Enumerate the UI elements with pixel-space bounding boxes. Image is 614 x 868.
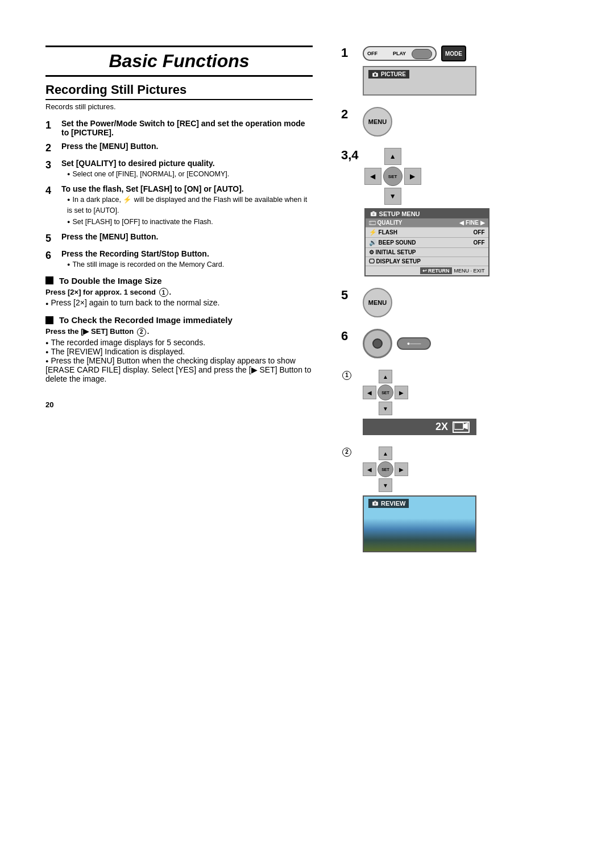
diagram-step-6: 6 ●─── bbox=[341, 329, 591, 361]
diagram-step-6-content: ●─── bbox=[363, 329, 591, 361]
dpad3-center: SET bbox=[377, 461, 393, 477]
check-recorded-title: To Check the Recorded Image immediately bbox=[45, 315, 313, 325]
review-text: REVIEW bbox=[381, 500, 405, 507]
step-6-number: 6 bbox=[45, 249, 58, 262]
setup-menu-header: SETUP MENU bbox=[366, 209, 488, 218]
svg-point-4 bbox=[372, 213, 375, 216]
circle-1: 1 bbox=[159, 288, 168, 297]
step-1-number: 1 bbox=[45, 119, 58, 131]
mode-switch-diagram: OFF PLAY REC MODE bbox=[363, 46, 466, 61]
step-6-text: Press the Recording Start/Stop Button. bbox=[61, 249, 313, 258]
left-column: Basic Functions Recording Still Pictures… bbox=[0, 34, 330, 834]
switch-play-label: PLAY bbox=[393, 51, 406, 56]
review-label: REVIEW bbox=[368, 499, 409, 508]
step-6: 6 Press the Recording Start/Stop Button.… bbox=[45, 249, 313, 270]
step-4-bullet-2: Set [FLASH] to [OFF] to inactivate the F… bbox=[67, 217, 313, 228]
page-number: 20 bbox=[45, 400, 313, 409]
diagram-step-5: 5 MENU bbox=[341, 288, 591, 320]
dpad-up: ▲ bbox=[384, 148, 401, 165]
diagram-step-2: 2 MENU bbox=[341, 107, 591, 139]
zoom-panel: 2X bbox=[363, 419, 476, 435]
step-5-content: Press the [MENU] Button. bbox=[61, 232, 313, 241]
display-label: 🖵 DISPLAY SETUP bbox=[369, 258, 485, 264]
check-recorded-press-note: Press the [▶ SET] Button 2. bbox=[45, 327, 313, 337]
diagram-circle-2-content: ▲ ◀ SET ▶ ▼ REVIEW bbox=[363, 447, 591, 552]
diagram-step-1-content: OFF PLAY REC MODE PICTURE bbox=[363, 46, 591, 98]
step-5-text: Press the [MENU] Button. bbox=[61, 232, 313, 241]
zoom-graphic bbox=[454, 423, 468, 432]
camera-icon bbox=[372, 72, 379, 77]
dpad-left: ◀ bbox=[364, 168, 381, 185]
circle-2-num: 2 bbox=[341, 447, 357, 457]
switch-thumb bbox=[412, 49, 432, 59]
circle-2-icon: 2 bbox=[342, 448, 351, 457]
circle-1-icon: 1 bbox=[342, 371, 351, 380]
dpad-diagram: ▲ ◀ SET ▶ ▼ bbox=[364, 148, 421, 205]
dpad3-right: ▶ bbox=[395, 462, 408, 476]
menu-row-quality: QUALITY ◀ FINE ▶ bbox=[366, 218, 488, 228]
right-column: 1 OFF PLAY REC MODE PICTURE bbox=[330, 34, 614, 834]
dpad-center: SET bbox=[383, 167, 403, 186]
step-5-number: 5 bbox=[45, 232, 58, 245]
step-6-content: Press the Recording Start/Stop Button. T… bbox=[61, 249, 313, 270]
record-slider-label: ●─── bbox=[407, 341, 421, 346]
menu-exit-label: MENU · EXIT bbox=[454, 268, 485, 274]
record-circle bbox=[363, 329, 392, 358]
step-3-text: Set [QUALITY] to desired picture quality… bbox=[61, 159, 313, 168]
dpad2-center: SET bbox=[377, 385, 393, 400]
double-image-bullet: Press [2×] again to turn back to the nor… bbox=[45, 298, 313, 307]
step-4-text: To use the flash, Set [FLASH] to [ON] or… bbox=[61, 184, 313, 193]
dpad-down: ▼ bbox=[384, 188, 401, 205]
diagram-step-34-label: 3,4 bbox=[341, 148, 359, 163]
return-button: ↩ RETURN bbox=[420, 267, 452, 274]
step-3-content: Set [QUALITY] to desired picture quality… bbox=[61, 159, 313, 180]
setup-menu-screen: SETUP MENU QUALITY ◀ FINE ▶ ⚡ bbox=[364, 208, 489, 276]
svg-rect-5 bbox=[372, 212, 375, 213]
diagram-step-34-content: ▲ ◀ SET ▶ ▼ SETUP MENU bbox=[364, 148, 591, 279]
record-slider: ●─── bbox=[397, 337, 431, 350]
flash-value: OFF bbox=[474, 229, 485, 235]
mode-button: MODE bbox=[441, 46, 466, 61]
dpad-diagram-3: ▲ ◀ SET ▶ ▼ bbox=[363, 447, 408, 492]
menu-row-initial: ⚙ INITIAL SETUP bbox=[366, 248, 488, 257]
black-square-icon-2 bbox=[45, 316, 53, 324]
svg-rect-6 bbox=[369, 221, 376, 225]
dpad-right: ▶ bbox=[404, 168, 421, 185]
switch-body: OFF PLAY REC bbox=[363, 46, 437, 61]
step-4-number: 4 bbox=[45, 184, 58, 197]
dpad2-left: ◀ bbox=[363, 386, 376, 399]
step-1: 1 Set the Power/Mode Switch to [REC] and… bbox=[45, 119, 313, 137]
black-square-icon bbox=[45, 276, 53, 284]
step-3: 3 Set [QUALITY] to desired picture quali… bbox=[45, 159, 313, 180]
picture-screen: PICTURE bbox=[363, 66, 476, 96]
svg-marker-9 bbox=[463, 423, 468, 429]
dpad3-down: ▼ bbox=[379, 478, 392, 492]
check-bullet-2: The [REVIEW] Indication is displayed. bbox=[45, 347, 313, 356]
page-container: Basic Functions Recording Still Pictures… bbox=[0, 0, 614, 868]
dpad2-right: ▶ bbox=[395, 386, 408, 399]
diagram-circle-1: 1 ▲ ◀ SET ▶ ▼ 2X bbox=[341, 370, 591, 437]
beep-icon: 🔊 bbox=[369, 239, 377, 246]
diagram-circle-2: 2 ▲ ◀ SET ▶ ▼ REVIEW bbox=[341, 447, 591, 552]
picture-label: PICTURE bbox=[368, 70, 409, 78]
diagram-circle-1-content: ▲ ◀ SET ▶ ▼ 2X bbox=[363, 370, 591, 437]
step-3-number: 3 bbox=[45, 159, 58, 171]
dpad-diagram-2: ▲ ◀ SET ▶ ▼ bbox=[363, 370, 408, 415]
svg-rect-8 bbox=[454, 423, 463, 429]
review-screen: REVIEW bbox=[363, 495, 476, 552]
setup-menu-title: SETUP MENU bbox=[379, 210, 420, 217]
menu-button-diagram: MENU bbox=[363, 107, 392, 137]
initial-label: ⚙ INITIAL SETUP bbox=[369, 249, 485, 255]
menu-row-display: 🖵 DISPLAY SETUP bbox=[366, 257, 488, 266]
diagram-step-6-label: 6 bbox=[341, 329, 357, 344]
flash-icon: ⚡ bbox=[369, 229, 377, 236]
dpad2-down: ▼ bbox=[379, 402, 392, 415]
step-1-text: Set the Power/Mode Switch to [REC] and s… bbox=[61, 119, 313, 137]
check-bullet-3: Press the [MENU] Button when the checkin… bbox=[45, 356, 313, 383]
step-3-bullet-1: Select one of [FINE], [NORMAL], or [ECON… bbox=[67, 169, 313, 180]
diagram-step-1: 1 OFF PLAY REC MODE PICTURE bbox=[341, 46, 591, 98]
switch-off-label: OFF bbox=[367, 51, 377, 56]
svg-rect-2 bbox=[374, 72, 376, 73]
diagram-step-1-label: 1 bbox=[341, 46, 357, 60]
step-6-bullet-1: The still image is recorded on the Memor… bbox=[67, 259, 313, 270]
